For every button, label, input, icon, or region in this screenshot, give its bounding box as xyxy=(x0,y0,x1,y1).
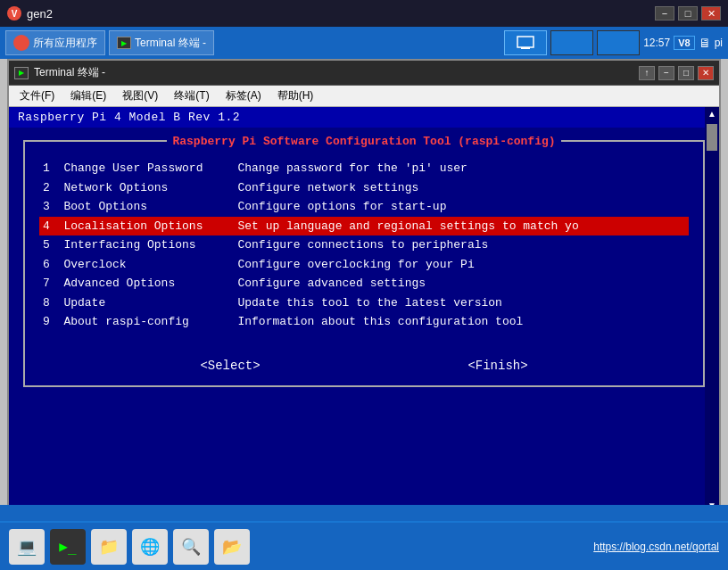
menu-terminal[interactable]: 终端(T) xyxy=(167,87,216,105)
blue-strip xyxy=(0,505,728,521)
svg-rect-1 xyxy=(521,47,530,49)
select-button[interactable]: <Select> xyxy=(200,359,260,373)
title-bar-controls: − □ ✕ xyxy=(655,6,721,21)
taskbar-right: 12:57 V8 🖥 pi xyxy=(504,30,723,55)
taskbar-icon-search[interactable]: 🔍 xyxy=(173,529,209,565)
raspi-title-row: Raspberry Pi Software Configuration Tool… xyxy=(25,135,703,148)
taskbar-icon-browser[interactable]: 🌐 xyxy=(132,529,168,565)
scrollbar: ▲ ▼ xyxy=(705,107,719,512)
scroll-up-button[interactable]: ▲ xyxy=(706,107,718,120)
vb-icon: 🖥 xyxy=(699,36,711,50)
menu-item-4[interactable]: 4 Localisation Options Set up language a… xyxy=(39,217,689,236)
device-info-bar: Raspberry Pi 4 Model B Rev 1.2 xyxy=(9,107,719,128)
title-bar: V gen2 − □ ✕ xyxy=(0,0,728,27)
taskbar-icon-terminal[interactable]: ▶_ xyxy=(50,529,86,565)
bottom-url[interactable]: https://blog.csdn.net/qortal xyxy=(593,541,719,553)
menu-help[interactable]: 帮助(H) xyxy=(270,87,321,105)
title-line-right xyxy=(561,141,703,142)
empty-slot-1 xyxy=(550,30,593,55)
apps-menu-button[interactable]: 所有应用程序 xyxy=(5,30,105,55)
window-title-area: ▶ Terminal 终端 - xyxy=(14,65,105,80)
maximize-button[interactable]: □ xyxy=(678,6,698,21)
window-up-button[interactable]: ↑ xyxy=(639,66,655,80)
app-logo: V xyxy=(7,6,21,21)
active-window-indicator xyxy=(504,30,547,55)
menu-item-2[interactable]: 2 Network Options Configure network sett… xyxy=(39,178,689,198)
title-bar-left: V gen2 xyxy=(7,6,53,21)
raspberry-icon xyxy=(13,35,29,51)
title-line-left xyxy=(25,141,167,142)
menu-file[interactable]: 文件(F) xyxy=(12,87,62,105)
app-title: gen2 xyxy=(27,7,53,21)
window-titlebar: ▶ Terminal 终端 - ↑ − □ ✕ xyxy=(9,61,719,86)
clock: 12:57 xyxy=(643,37,670,49)
apps-label: 所有应用程序 xyxy=(33,36,97,51)
window-controls: ↑ − □ ✕ xyxy=(639,66,714,80)
taskbar-icon-folder[interactable]: 📂 xyxy=(214,529,250,565)
menu-item-3[interactable]: 3 Boot Options Configure options for sta… xyxy=(39,197,689,217)
empty-slot-2 xyxy=(597,30,640,55)
window-max-button[interactable]: □ xyxy=(678,66,694,80)
screen-icon xyxy=(517,36,534,50)
finish-button[interactable]: <Finish> xyxy=(467,359,527,373)
vb-badge: V8 xyxy=(674,36,694,50)
menu-bar: 文件(F) 编辑(E) 视图(V) 终端(T) 标签(A) 帮助(H) xyxy=(9,86,719,107)
menu-item-9[interactable]: 9 About raspi-config Information about t… xyxy=(39,312,689,332)
svg-rect-0 xyxy=(517,37,534,47)
raspi-config-box: Raspberry Pi Software Configuration Tool… xyxy=(23,140,705,387)
menu-item-7[interactable]: 7 Advanced Options Configure advanced se… xyxy=(39,274,689,293)
top-taskbar: 所有应用程序 ▶ Terminal 终端 - 12:57 V8 🖥 pi xyxy=(0,27,728,59)
window-close-button[interactable]: ✕ xyxy=(698,66,714,80)
raspi-config-title: Raspberry Pi Software Configuration Tool… xyxy=(167,135,560,148)
terminal-label: Terminal 终端 - xyxy=(135,36,206,51)
terminal-icon: ▶ xyxy=(117,37,131,49)
menu-item-8[interactable]: 8 Update Update this tool to the latest … xyxy=(39,293,689,313)
close-button[interactable]: ✕ xyxy=(701,6,721,21)
menu-item-5[interactable]: 5 Interfacing Options Configure connecti… xyxy=(39,235,689,255)
menu-view[interactable]: 视图(V) xyxy=(115,87,165,105)
taskbar-icon-files[interactable]: 📁 xyxy=(91,529,127,565)
terminal-window: ▶ Terminal 终端 - ↑ − □ ✕ 文件(F) 编辑(E) 视图(V… xyxy=(7,59,721,514)
scroll-thumb[interactable] xyxy=(707,124,717,151)
window-terminal-icon: ▶ xyxy=(14,67,29,79)
terminal-taskbar-button[interactable]: ▶ Terminal 终端 - xyxy=(109,30,214,55)
taskbar-icon-computer[interactable]: 💻 xyxy=(9,529,45,565)
minimize-button[interactable]: − xyxy=(655,6,674,21)
username: pi xyxy=(715,37,723,49)
menu-edit[interactable]: 编辑(E) xyxy=(63,87,113,105)
raspi-menu-list: 1 Change User Password Change password f… xyxy=(25,155,703,343)
window-title: Terminal 终端 - xyxy=(34,65,105,80)
menu-tabs[interactable]: 标签(A) xyxy=(219,87,269,105)
bottom-taskbar: 💻 ▶_ 📁 🌐 🔍 📂 https://blog.csdn.net/qorta… xyxy=(0,521,728,570)
menu-item-6[interactable]: 6 Overclock Configure overclocking for y… xyxy=(39,255,689,275)
terminal-content: Raspberry Pi 4 Model B Rev 1.2 Raspberry… xyxy=(9,107,719,512)
action-buttons-row: <Select> <Finish> xyxy=(25,346,703,385)
window-min-button[interactable]: − xyxy=(658,66,674,80)
menu-item-1[interactable]: 1 Change User Password Change password f… xyxy=(39,159,689,178)
